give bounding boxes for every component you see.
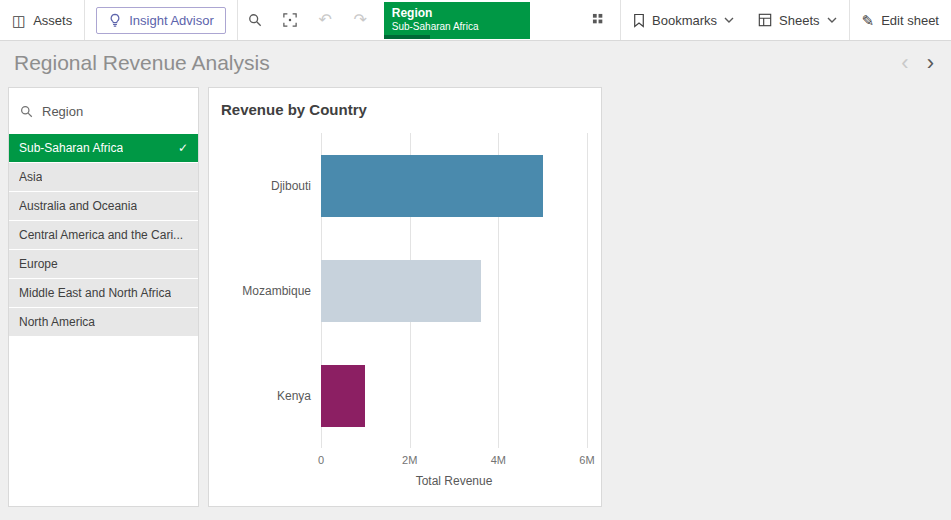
pencil-icon: ✎ [862,13,875,28]
filter-item-label: Australia and Oceania [19,199,137,213]
sheet-content: Region Sub-Saharan Africa✓AsiaAustralia … [0,85,951,519]
region-filter-pane: Region Sub-Saharan Africa✓AsiaAustralia … [8,87,199,507]
toolbar-divider [84,0,85,40]
previous-sheet-button[interactable]: ‹ [892,52,917,74]
assets-label: Assets [33,13,72,28]
x-tick-label: 4M [491,454,506,466]
assets-button[interactable]: ◫ Assets [0,0,84,40]
show-charts-grid-button[interactable] [578,0,620,40]
x-tick-label: 0 [318,454,324,466]
filter-item[interactable]: Central America and the Cari... [9,221,198,249]
x-tick-label: 2M [402,454,417,466]
y-axis-labels: DjiboutiMozambiqueKenya [209,133,321,448]
redo-icon: ↷ [354,12,367,28]
sheets-label: Sheets [779,13,819,28]
x-axis-ticks: 02M4M6M [321,448,587,470]
edit-sheet-button[interactable]: ✎ Edit sheet [850,0,951,40]
filter-header[interactable]: Region [9,88,198,134]
filter-title: Region [42,104,83,119]
selection-progress-bar [384,35,430,39]
sheet-header: Regional Revenue Analysis ‹ › [0,41,951,85]
search-icon [20,105,33,118]
filter-item[interactable]: Asia [9,163,198,191]
filter-item[interactable]: Europe [9,250,198,278]
filter-item-label: Europe [19,257,58,271]
bookmarks-button[interactable]: Bookmarks [621,0,746,40]
filter-item-label: North America [19,315,95,329]
filter-item[interactable]: North America [9,308,198,336]
step-forward-button[interactable]: ↷ [343,0,378,40]
filter-item-label: Middle East and North Africa [19,286,171,300]
lightbulb-icon [108,13,122,27]
filter-item-label: Central America and the Cari... [19,228,183,242]
sheet-title: Regional Revenue Analysis [14,51,892,75]
bar-mozambique[interactable] [321,260,481,322]
chart-title: Revenue by Country [209,88,601,118]
x-tick-label: 6M [579,454,594,466]
sheets-button[interactable]: Sheets [746,0,848,40]
filter-item-label: Sub-Saharan Africa [19,141,123,155]
sheets-icon [758,13,772,27]
assets-panel-icon: ◫ [12,13,26,28]
bars-layer [321,133,587,448]
x-axis: 02M4M6M [209,448,601,470]
insight-advisor-label: Insight Advisor [129,13,214,28]
y-axis-label: Djibouti [209,133,321,238]
plot-wrap: DjiboutiMozambiqueKenya [209,133,601,448]
undo-icon: ↶ [319,12,332,28]
chevron-down-icon [724,17,734,23]
bar-chart-card: Revenue by Country DjiboutiMozambiqueKen… [208,87,602,507]
toolbar-right-group: Bookmarks Sheets ✎ Edit sheet [578,0,951,40]
y-axis-label: Kenya [209,343,321,448]
bar-kenya[interactable] [321,365,365,427]
checkmark-icon: ✓ [178,141,188,155]
step-back-button[interactable]: ↶ [308,0,343,40]
insight-advisor-button[interactable]: Insight Advisor [96,7,226,34]
selection-chip-region[interactable]: Region Sub-Saharan Africa [384,2,530,39]
x-axis-title: Total Revenue [321,474,587,488]
bar-djibouti[interactable] [321,155,543,217]
next-sheet-button[interactable]: › [918,52,943,74]
chevron-down-icon [827,17,837,23]
filter-list: Sub-Saharan Africa✓AsiaAustralia and Oce… [9,134,198,336]
selections-tool-button[interactable] [273,0,308,40]
bar-row [321,238,587,343]
filter-item[interactable]: Middle East and North Africa [9,279,198,307]
bar-row [321,133,587,238]
smart-search-button[interactable] [238,0,273,40]
y-axis-label: Mozambique [209,238,321,343]
edit-sheet-label: Edit sheet [881,13,939,28]
filter-item[interactable]: Sub-Saharan Africa✓ [9,134,198,162]
bar-row [321,343,587,448]
selection-field-value: Sub-Saharan Africa [392,20,522,33]
bookmarks-label: Bookmarks [652,13,717,28]
top-toolbar: ◫ Assets Insight Advisor ↶ ↷ Region Sub-… [0,0,951,41]
filter-item[interactable]: Australia and Oceania [9,192,198,220]
gridline [587,133,588,448]
plot-area [321,133,587,448]
selection-field-name: Region [392,6,522,20]
filter-item-label: Asia [19,170,42,184]
bookmark-icon [633,13,645,28]
